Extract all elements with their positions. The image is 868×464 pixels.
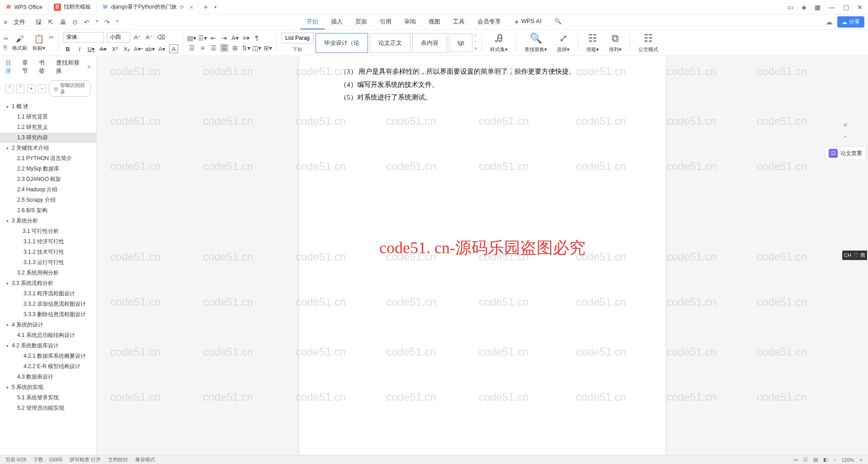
- font-size-select[interactable]: 小四: [107, 32, 130, 43]
- style-more-icon[interactable]: ≡: [474, 46, 477, 51]
- style-option-3[interactable]: 表内容: [412, 33, 447, 53]
- toc-item[interactable]: 2.4 Hadoop 介绍: [0, 185, 96, 195]
- select-button[interactable]: ⤢ 选择▾: [553, 33, 573, 53]
- zoom-out-icon[interactable]: −: [833, 457, 836, 463]
- tab-page[interactable]: 页面: [349, 15, 373, 29]
- style-option-4[interactable]: tgt: [449, 33, 472, 52]
- toc-item[interactable]: ▾3 系统分析: [0, 216, 96, 226]
- style-name-input[interactable]: [281, 33, 314, 43]
- save-icon[interactable]: 🖫: [35, 19, 42, 26]
- status-compat[interactable]: 兼容模式: [135, 456, 155, 463]
- zoom-level[interactable]: 120%: [841, 457, 854, 463]
- zoom-in-icon[interactable]: +: [860, 457, 863, 463]
- nav-tab-toc[interactable]: 目录: [5, 59, 15, 75]
- linespacing-icon[interactable]: ⇅▾: [242, 44, 250, 52]
- cloud-icon[interactable]: ☁: [826, 18, 833, 26]
- print-icon[interactable]: 🖶: [60, 19, 66, 26]
- styleset-button[interactable]: Ꭿ 样式集▾: [486, 33, 511, 53]
- toc-item[interactable]: 4.3 数据表设计: [0, 372, 96, 382]
- shading-button[interactable]: A▾: [157, 44, 166, 53]
- layout-button[interactable]: ☷ 排版▾: [583, 33, 603, 53]
- toc-item[interactable]: ▾2 关键技术介绍: [0, 143, 96, 153]
- toc-item[interactable]: ▾4.2 系统数据库设计: [0, 341, 96, 351]
- minimize-button[interactable]: —: [829, 4, 835, 11]
- collapse-icon[interactable]: ⌃: [840, 133, 851, 144]
- ai-toc-button[interactable]: ◎ 智能识别目录: [49, 80, 91, 97]
- doc-check-button[interactable]: ☑ 论文查重: [825, 147, 866, 160]
- strikethrough-button[interactable]: A▾: [99, 44, 108, 53]
- sort-icon[interactable]: ≡▾: [242, 34, 250, 42]
- window-btn-3[interactable]: ▦: [815, 4, 821, 11]
- tab-daoke[interactable]: D 找稻壳模板: [48, 0, 97, 14]
- tab-refresh-icon[interactable]: ⟳: [179, 4, 184, 10]
- ruler-toggle-icon[interactable]: ≡: [840, 119, 851, 130]
- tab-close-icon[interactable]: ×: [189, 4, 193, 11]
- tab-document[interactable]: W django基于Python的热门旅 ⟳ ×: [97, 0, 199, 14]
- subscript-button[interactable]: X₂: [122, 44, 131, 53]
- redo-dropdown-icon[interactable]: ▾: [116, 19, 118, 26]
- number-list-icon[interactable]: ☰▾: [198, 34, 207, 42]
- toc-item[interactable]: 3.2 系统用例分析: [0, 268, 96, 278]
- toc-item[interactable]: ▾1 概 述: [0, 101, 96, 112]
- align-justify-icon[interactable]: ☰: [220, 44, 228, 52]
- toc-item[interactable]: 3.3.3 删除信息流程图设计: [0, 309, 96, 320]
- align-right-icon[interactable]: ☰: [209, 44, 217, 52]
- search-icon[interactable]: 🔍: [548, 15, 568, 29]
- underline-button[interactable]: U▾: [87, 44, 96, 53]
- toc-item[interactable]: 2.6 B/S 架构: [0, 205, 96, 216]
- nav-remove-icon[interactable]: −: [38, 84, 46, 93]
- view-mode-1-icon[interactable]: ▭: [793, 457, 798, 463]
- superscript-button[interactable]: X²: [110, 44, 119, 53]
- border-icon[interactable]: ⊞▾: [264, 44, 272, 52]
- caseconv-icon[interactable]: A▾: [231, 34, 239, 42]
- status-proofing[interactable]: 文档校对: [108, 456, 128, 463]
- tab-wps-office[interactable]: W WPS Office: [0, 0, 48, 14]
- toc-item[interactable]: 1.3 研究内容: [0, 133, 96, 143]
- status-page[interactable]: 页面 6/28: [5, 456, 26, 463]
- status-wordcount[interactable]: 字数：10085: [33, 456, 62, 463]
- style-option-2[interactable]: 论文正文: [370, 33, 410, 53]
- tab-tools[interactable]: 工具: [447, 15, 471, 29]
- toc-item[interactable]: 3.1.1 经济可行性: [0, 237, 96, 247]
- font-decrease-icon[interactable]: A⁻: [145, 33, 154, 42]
- font-color-button[interactable]: A▾: [134, 44, 143, 53]
- toc-item[interactable]: ▾5 系统的实现: [0, 382, 96, 393]
- shading2-icon[interactable]: ◫▾: [253, 44, 261, 52]
- tab-review[interactable]: 审阅: [398, 15, 422, 29]
- paste-button[interactable]: 📋 粘贴▾: [31, 34, 47, 52]
- toc-item[interactable]: 1.2 研究意义: [0, 122, 96, 133]
- tab-view[interactable]: 视图: [422, 15, 447, 29]
- nav-tab-chapter[interactable]: 章节: [22, 59, 32, 75]
- toc-item[interactable]: 4.2.1 数据库系统概要设计: [0, 351, 96, 361]
- nav-up-icon[interactable]: ˄: [16, 84, 24, 93]
- font-increase-icon[interactable]: A⁺: [133, 33, 142, 42]
- distribute-icon[interactable]: ⊞: [231, 44, 239, 52]
- window-btn-1[interactable]: ▭: [788, 4, 793, 11]
- toc-item[interactable]: 2.3 DJANGO 框架: [0, 174, 96, 185]
- nav-collapse-icon[interactable]: ˅: [5, 84, 14, 93]
- maximize-button[interactable]: ▢: [843, 4, 849, 11]
- nav-tab-bookmark[interactable]: 书签: [39, 59, 48, 75]
- govdoc-button[interactable]: ☷ 公文模式: [635, 33, 662, 53]
- style-option-1[interactable]: 毕业设计（论: [316, 33, 368, 53]
- export-icon[interactable]: ⇱: [48, 19, 53, 26]
- undo-icon[interactable]: ↶: [84, 19, 90, 26]
- tab-start[interactable]: 开始: [300, 15, 325, 29]
- tab-insert[interactable]: 插入: [325, 15, 349, 29]
- cut-icon[interactable]: ✂: [4, 35, 9, 42]
- view-mode-2-icon[interactable]: ☷: [803, 457, 808, 463]
- tab-member[interactable]: 会员专享: [471, 15, 507, 29]
- toc-item[interactable]: 4.1 系统总功能结构设计: [0, 330, 96, 341]
- italic-button[interactable]: I: [75, 44, 84, 53]
- status-spellcheck[interactable]: 拼写检查 打开: [70, 456, 101, 463]
- outdent-icon[interactable]: ⇤: [209, 34, 217, 42]
- align-center-icon[interactable]: ≡: [198, 44, 207, 52]
- window-btn-2[interactable]: ◈: [802, 4, 807, 11]
- clear-format-icon[interactable]: ⌫: [156, 33, 165, 42]
- find-replace-button[interactable]: 🔍 查找替换▾: [521, 33, 551, 53]
- undo-dropdown-icon[interactable]: ▾: [96, 19, 98, 26]
- preview-icon[interactable]: ⊙: [72, 19, 78, 26]
- highlight-button[interactable]: ab▾: [146, 44, 155, 53]
- scissors-icon[interactable]: ✂: [49, 34, 54, 41]
- align-left-icon[interactable]: ☰: [188, 44, 196, 52]
